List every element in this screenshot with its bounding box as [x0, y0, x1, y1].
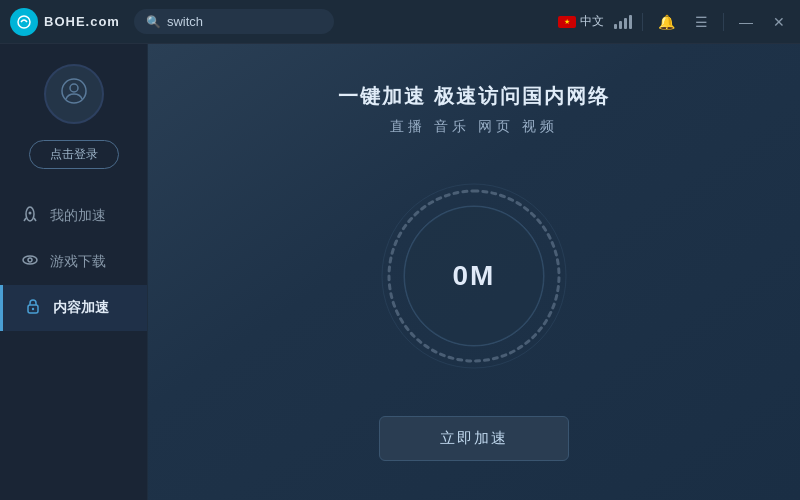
sidebar-item-my-acceleration[interactable]: 我的加速 — [0, 193, 147, 239]
eye-icon — [20, 251, 40, 273]
minimize-button[interactable]: — — [734, 12, 758, 32]
svg-point-2 — [70, 84, 78, 92]
content-title: 一键加速 极速访问国内网络 — [338, 83, 610, 110]
divider2 — [723, 13, 724, 31]
sidebar: 点击登录 我的加速 — [0, 44, 148, 500]
search-icon: 🔍 — [146, 15, 161, 29]
sidebar-item-content-acceleration[interactable]: 内容加速 — [0, 285, 147, 331]
avatar-icon — [60, 77, 88, 111]
sidebar-item-game-download[interactable]: 游戏下载 — [0, 239, 147, 285]
content-subtitle: 直播 音乐 网页 视频 — [390, 118, 558, 136]
content-area: 一键加速 极速访问国内网络 直播 音乐 网页 视频 0M 立即加速 — [148, 44, 800, 500]
gauge-container: 0M — [374, 176, 574, 376]
notification-icon[interactable]: 🔔 — [653, 12, 680, 32]
rocket-icon — [20, 205, 40, 227]
gauge-inner: 0M — [453, 260, 496, 292]
login-button[interactable]: 点击登录 — [29, 140, 119, 169]
menu-icon[interactable]: ☰ — [690, 12, 713, 32]
lock-icon — [23, 297, 43, 319]
close-button[interactable]: ✕ — [768, 12, 790, 32]
svg-point-4 — [29, 212, 32, 215]
logo-text: BOHE.com — [44, 14, 120, 29]
nav-items: 我的加速 游戏下载 — [0, 193, 147, 331]
search-input[interactable] — [167, 14, 307, 29]
divider — [642, 13, 643, 31]
sidebar-item-my-acceleration-label: 我的加速 — [50, 207, 106, 225]
titlebar: BOHE.com 🔍 ★ 中文 🔔 ☰ — ✕ — [0, 0, 800, 44]
svg-point-0 — [18, 16, 30, 28]
search-bar[interactable]: 🔍 — [134, 9, 334, 34]
main-layout: 点击登录 我的加速 — [0, 44, 800, 500]
svg-point-1 — [62, 79, 86, 103]
signal-icon — [614, 15, 632, 29]
sidebar-item-game-download-label: 游戏下载 — [50, 253, 106, 271]
svg-point-6 — [28, 258, 32, 262]
logo-icon — [10, 8, 38, 36]
start-acceleration-button[interactable]: 立即加速 — [379, 416, 569, 461]
svg-point-8 — [32, 308, 34, 310]
gauge-value: 0M — [453, 260, 496, 292]
lang-label: 中文 — [580, 13, 604, 30]
avatar — [44, 64, 104, 124]
titlebar-right: ★ 中文 🔔 ☰ — ✕ — [558, 12, 790, 32]
lang-selector[interactable]: ★ 中文 — [558, 13, 604, 30]
logo-area: BOHE.com — [10, 8, 120, 36]
flag-icon: ★ — [558, 16, 576, 28]
svg-point-5 — [23, 256, 37, 264]
sidebar-item-content-acceleration-label: 内容加速 — [53, 299, 109, 317]
